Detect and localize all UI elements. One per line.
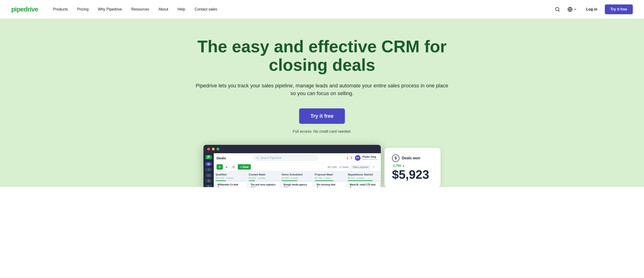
search-placeholder-text: Search Pipedrive bbox=[260, 156, 282, 160]
deal-status-indicator bbox=[350, 186, 352, 187]
trend-icon: ▲ bbox=[402, 164, 405, 167]
deals-won-amount: $5,923 bbox=[392, 168, 433, 181]
nav-why-pipedrive[interactable]: Why Pipedrive bbox=[94, 5, 126, 13]
col-3-title: Proposal Made bbox=[315, 173, 346, 176]
deals-won-card: $ Deals won 1,750 ▲ $5,923 bbox=[384, 148, 440, 187]
list-view-button[interactable]: ≡ bbox=[224, 164, 229, 170]
deal-card-3-0-title: Rio housing deal bbox=[317, 183, 344, 186]
user-info: 💡 ❓ PY Phyllis Yang Silicon Links Inc. bbox=[346, 155, 378, 161]
sidebar-note-icon: ✎ bbox=[205, 185, 212, 187]
deal-card-0-0-title: Willamette Co deal bbox=[218, 183, 245, 186]
deal-card-4-0-title: Maria M. retail LTD deal bbox=[350, 183, 377, 186]
sidebar-list-icon: ≡ bbox=[205, 168, 212, 171]
user-name: Phyllis Yang bbox=[362, 156, 378, 158]
col-4-progress-fill bbox=[348, 180, 373, 181]
nav-about[interactable]: About bbox=[155, 5, 172, 13]
deal-card-3-0[interactable]: Rio housing deal Rio housing bbox=[315, 182, 346, 187]
deals-won-header: $ Deals won bbox=[392, 154, 433, 162]
hero-title: The easy and effective CRM for closing d… bbox=[194, 37, 450, 74]
add-deal-button[interactable]: + Deal bbox=[238, 164, 251, 170]
app-icons-row: 💡 ❓ bbox=[346, 157, 353, 160]
col-0-title: Qualified bbox=[216, 173, 247, 176]
col-0-progress-track bbox=[216, 180, 247, 181]
col-2-progress-fill bbox=[282, 180, 297, 181]
nav-pricing[interactable]: Pricing bbox=[74, 5, 92, 13]
kanban-column-3: Proposal Made $2,700 · 1 deal Rio housin… bbox=[315, 173, 346, 185]
nav-products[interactable]: Products bbox=[49, 5, 72, 13]
deals-won-count: 1,750 ▲ bbox=[392, 164, 433, 167]
nav-actions: Log in Try it free bbox=[553, 5, 633, 14]
app-screenshots: P ⊞ ≡ ◷ $ ✎ Deals bbox=[159, 145, 485, 187]
col-1-title: Contact Made bbox=[249, 173, 280, 176]
browser-dot-close bbox=[207, 148, 210, 150]
app-logo-icon: P bbox=[205, 155, 212, 159]
deal-card-1-0-title: Tim and sons logistics deal bbox=[250, 183, 278, 187]
deal-card-3-0-sub: Rio housing bbox=[317, 186, 344, 187]
col-2-title: Demo Scheduled bbox=[282, 173, 313, 176]
deal-card-0-0-sub: Willamette Co bbox=[218, 186, 245, 187]
nav-links: Products Pricing Why Pipedrive Resources… bbox=[49, 5, 553, 13]
browser-dot-minimize bbox=[212, 148, 215, 150]
user-company: Silicon Links Inc. bbox=[362, 158, 378, 160]
try-free-nav-button[interactable]: Try it free bbox=[605, 5, 633, 14]
col-1-meta: $5,350 · 3 deals bbox=[249, 177, 280, 179]
deals-section-title: Deals bbox=[216, 156, 226, 160]
svg-point-4 bbox=[256, 157, 258, 159]
nav-resources[interactable]: Resources bbox=[128, 5, 153, 13]
col-4-progress-track bbox=[348, 180, 379, 181]
col-2-meta: $2,800 · 2 deals bbox=[282, 177, 313, 179]
deal-card-4-0[interactable]: Maria M. retail LTD deal Maria M. retail… bbox=[348, 182, 379, 187]
kanban-column-4: Negotiations Started $6,110 · 2 deals Ma… bbox=[348, 173, 379, 185]
kanban-column-1: Contact Made $5,350 · 3 deals Tim and so… bbox=[249, 173, 280, 185]
browser-toolbar bbox=[204, 145, 381, 153]
chevron-down-icon bbox=[574, 8, 577, 11]
app-search-bar[interactable]: Search Pipedrive bbox=[253, 155, 318, 161]
nav-help[interactable]: Help bbox=[174, 5, 189, 13]
search-mini-icon bbox=[256, 157, 259, 159]
nav-contact-sales[interactable]: Contact sales bbox=[191, 5, 221, 13]
pipeline-selector[interactable]: Sales pipeline bbox=[350, 165, 371, 169]
sidebar-chart-icon: ◷ bbox=[205, 173, 212, 177]
login-button[interactable]: Log in bbox=[582, 5, 601, 13]
col-2-progress-track bbox=[282, 180, 313, 181]
language-selector[interactable] bbox=[566, 5, 579, 14]
try-free-hero-button[interactable]: Try it free bbox=[299, 108, 345, 124]
user-avatar: PY bbox=[355, 155, 360, 161]
col-3-progress-track bbox=[315, 180, 346, 181]
globe-icon bbox=[568, 7, 572, 12]
deal-card-1-0[interactable]: Tim and sons logistics deal Tim and sons… bbox=[249, 182, 280, 187]
kanban-column-2: Demo Scheduled $2,800 · 2 deals Bringit … bbox=[282, 173, 313, 185]
sidebar-dollar-icon: $ bbox=[205, 179, 212, 183]
kanban-column-0: Qualified $10,700 · 4 deals Willamette C… bbox=[216, 173, 247, 185]
col-3-progress-fill bbox=[315, 180, 334, 181]
main-nav: pipedrive Products Pricing Why Pipedrive… bbox=[0, 0, 644, 19]
deal-card-2-0[interactable]: Bringit media agency deal Bringit media … bbox=[282, 182, 313, 187]
deal-status-indicator bbox=[317, 186, 318, 187]
browser-window: P ⊞ ≡ ◷ $ ✎ Deals bbox=[204, 145, 381, 187]
svg-line-5 bbox=[258, 159, 258, 159]
hero-subtitle: Pipedrive lets you track your sales pipe… bbox=[194, 82, 450, 97]
deals-toolbar: ⊞ ≡ ◷ + Deal $27,660 · 12 deals Sales pi… bbox=[214, 163, 381, 171]
col-3-meta: $2,700 · 1 deal bbox=[315, 177, 346, 179]
sidebar-kanban-icon: ⊞ bbox=[205, 162, 212, 166]
search-button[interactable] bbox=[553, 5, 562, 14]
col-0-progress-fill bbox=[216, 180, 226, 181]
hero-section: The easy and effective CRM for closing d… bbox=[0, 19, 644, 187]
deal-card-2-0-title: Bringit media agency deal bbox=[284, 183, 311, 187]
col-4-meta: $6,110 · 2 deals bbox=[348, 177, 379, 179]
dollar-icon: $ bbox=[392, 154, 400, 162]
deals-won-title: Deals won bbox=[402, 156, 420, 160]
kanban-board: Qualified $10,700 · 4 deals Willamette C… bbox=[214, 171, 381, 187]
col-4-title: Negotiations Started bbox=[348, 173, 379, 176]
view-toggle-buttons: ⊞ ≡ ◷ + Deal bbox=[216, 164, 251, 170]
kanban-view-button[interactable]: ⊞ bbox=[216, 164, 223, 170]
hero-note: Full access. No credit card needed. bbox=[293, 129, 352, 134]
app-main-content: Deals Search Pipedrive 💡 ❓ PY Phyllis Ya bbox=[214, 153, 381, 187]
deal-card-0-0[interactable]: Willamette Co deal Willamette Co bbox=[216, 182, 247, 187]
brand-logo[interactable]: pipedrive bbox=[11, 6, 38, 13]
browser-content: P ⊞ ≡ ◷ $ ✎ Deals bbox=[204, 153, 381, 187]
search-icon bbox=[555, 7, 560, 12]
col-0-meta: $10,700 · 4 deals bbox=[216, 177, 247, 179]
timeline-view-button[interactable]: ◷ bbox=[230, 164, 237, 170]
deals-header: Deals Search Pipedrive 💡 ❓ PY Phyllis Ya bbox=[214, 153, 381, 163]
